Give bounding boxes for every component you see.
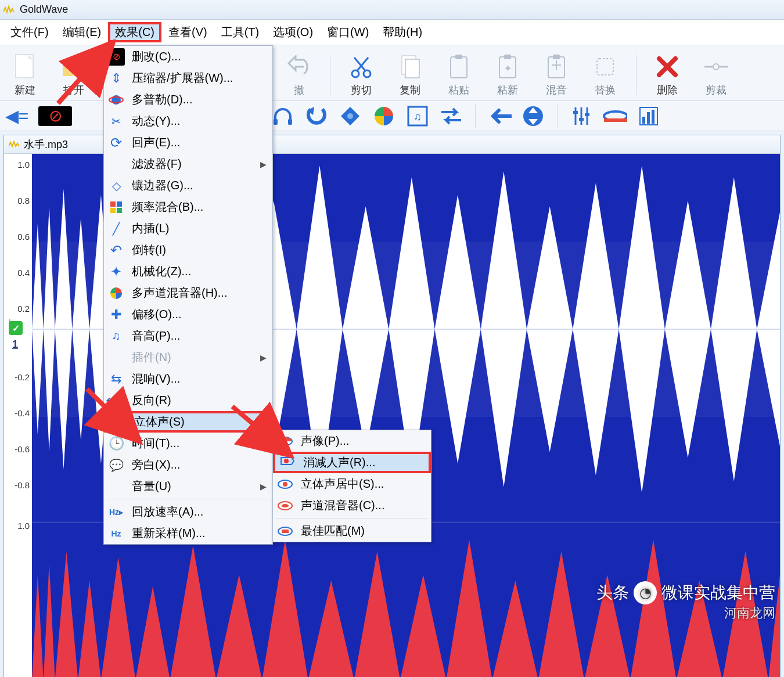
invert-icon: ⟵ [107,392,125,409]
pinwheel-icon[interactable] [372,104,396,128]
freq-blend-icon [107,199,125,216]
ruler-tick: -0.4 [15,408,30,418]
delete-x-icon [653,53,681,81]
ruler-tick: 0.2 [17,304,30,314]
menu-item-playback-rate[interactable]: Hz▸回放速率(A)... [104,501,272,523]
up-down-circle-icon[interactable] [521,104,545,128]
svg-rect-11 [504,55,511,59]
speaker-mute-icon[interactable]: ◀= [5,104,29,128]
menu-item-reverse[interactable]: ↶倒转(I) [104,239,272,261]
menu-edit[interactable]: 编辑(E) [56,22,109,42]
submenu-item-reduce-vocals[interactable]: 消减人声(R)... [273,452,431,473]
menu-tool[interactable]: 工具(T) [214,22,267,42]
paste-new-button[interactable]: ✦ 粘新 [487,53,528,97]
toolbar-separator [475,105,476,128]
copy-button[interactable]: 复制 [390,53,430,97]
menu-item-voiceover[interactable]: 💬旁白(X)... [104,454,272,476]
mechanize-icon: ✦ [107,263,125,280]
menu-item-compressor[interactable]: ⇕压缩器/扩展器(W)... [104,67,272,89]
note-panel-icon[interactable]: ♫ [405,104,430,128]
cut-button[interactable]: 剪切 [341,53,382,97]
svg-point-64 [282,504,289,507]
submenu-caret-icon: ▶ [260,353,267,362]
menu-item-doppler[interactable]: 多普勒(D)... [104,89,272,110]
submenu-item-stereo-center[interactable]: 立体声居中(S)... [273,473,431,495]
clock-icon: 🕒 [107,435,125,452]
ruler-tick: -0.2 [15,372,30,382]
trim-icon [702,53,730,81]
svg-rect-57 [110,208,116,213]
swap-arrows-icon[interactable] [439,104,463,128]
sound-off-indicator[interactable]: ⊘ [38,106,72,126]
menu-view[interactable]: 查看(V) [161,22,214,42]
menu-item-filter[interactable]: 滤波器(F)▶ [104,153,272,175]
reverb-icon: ⇆ [107,370,125,388]
menu-item-pitch[interactable]: ♫音高(P)... [104,325,272,347]
delete-button[interactable]: 删除 [647,53,688,97]
paste-button[interactable]: 粘贴 [438,53,479,97]
menu-file[interactable]: 文件(F) [3,22,56,42]
svg-point-22 [713,64,719,70]
menu-item-dynamics[interactable]: ✂动态(Y)... [104,110,272,132]
menu-item-resample[interactable]: Hz重新采样(M)... [104,523,272,544]
submenu-item-channel-mixer[interactable]: 声道混音器(C)... [273,495,431,516]
clipboard-icon [445,53,473,81]
channel-number: 1 [12,338,18,351]
menu-item-offset[interactable]: ✚偏移(O)... [104,304,272,325]
diamond-gear-icon[interactable] [338,104,362,128]
menu-options[interactable]: 选项(O) [266,22,320,42]
titlebar: GoldWave [0,0,784,20]
pan-icon [276,433,294,450]
submenu-item-max-match[interactable]: 最佳匹配(M) [273,520,431,542]
watermark-avatar-icon: ◔ [634,581,657,604]
menu-help[interactable]: 帮助(H) [376,22,429,42]
svg-rect-58 [117,208,122,213]
headphones-icon[interactable] [271,104,295,128]
svg-rect-42 [642,117,645,124]
svg-text:♫: ♫ [413,111,422,123]
toolbar-separator [557,105,558,128]
open-button[interactable]: 打开 [53,53,94,97]
mix-button[interactable]: 混音 [536,53,577,97]
menu-item-interpolate[interactable]: ╱内插(L) [104,218,272,239]
offset-icon: ✚ [107,306,125,323]
menu-item-flanger[interactable]: ◇镶边器(G)... [104,175,272,196]
undo-button[interactable]: 撤 [279,53,319,97]
flanger-icon: ◇ [107,177,125,195]
menu-item-echo[interactable]: ⟳回声(E)... [104,132,272,153]
menu-effect[interactable]: 效果(C) [108,22,161,42]
svg-text:✦: ✦ [504,63,512,74]
eye-icon[interactable] [603,104,627,128]
submenu-caret-icon: ▶ [260,160,267,169]
menu-item-multichannel[interactable]: 多声道混音器(H)... [104,282,272,304]
menu-item-frequency-blend[interactable]: 频率混合(B)... [104,196,272,218]
new-button[interactable]: 新建 [5,53,45,97]
reverse-icon: ↶ [107,242,125,259]
left-arrow-icon[interactable] [487,104,512,128]
menu-item-time[interactable]: 🕒时间(T)... [104,433,272,454]
menu-item-stereo[interactable]: 立体声(S)▶ [104,411,272,433]
svg-line-5 [354,57,366,71]
trim-button[interactable]: 剪裁 [696,53,736,97]
menu-item-reverb[interactable]: ⇆混响(V)... [104,368,272,390]
menu-item-invert[interactable]: ⟵反向(R) [104,390,272,411]
channel-enabled-check-icon[interactable]: ✓ [9,321,23,335]
svg-rect-36 [573,111,578,114]
reduce-vocals-icon [279,454,296,471]
replace-button[interactable]: 替换 [585,53,625,97]
sliders-icon[interactable] [569,104,594,128]
replace-icon [591,53,619,81]
undo-curve-icon[interactable] [304,104,329,128]
submenu-item-pan[interactable]: 声像(P)... [273,430,431,452]
hz-resample-icon: Hz [107,525,125,542]
svg-rect-43 [647,112,650,124]
volume-icon [107,478,125,495]
multichannel-icon [107,285,125,302]
menu-item-mechanize[interactable]: ✦机械化(Z)... [104,261,272,282]
menu-item-censor[interactable]: ⊘删改(C)... [104,46,272,67]
open-folder-icon [60,53,88,81]
hz-play-icon: Hz▸ [107,503,125,521]
bars-icon[interactable] [636,104,661,128]
menu-window[interactable]: 窗口(W) [320,22,376,42]
menu-item-volume[interactable]: 音量(U)▶ [104,476,272,497]
